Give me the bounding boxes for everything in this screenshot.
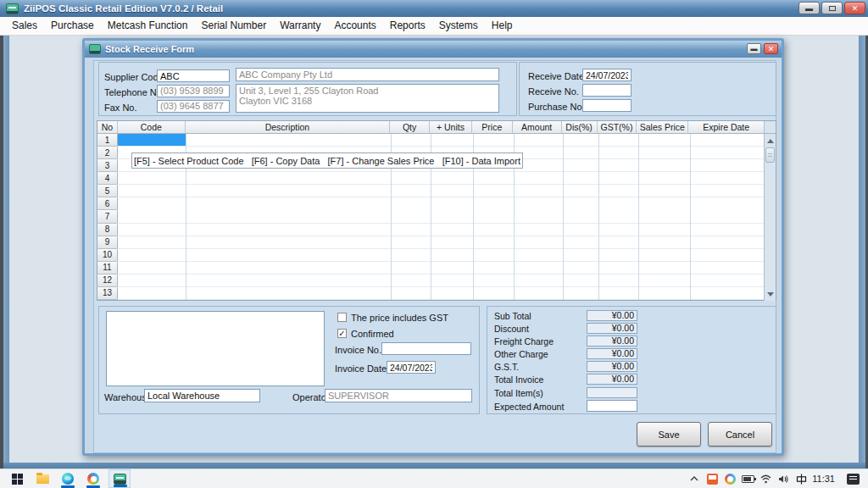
- col-header-units[interactable]: + Units: [430, 121, 472, 134]
- minimize-button[interactable]: ▬: [798, 2, 820, 14]
- fax-label: Fax No.: [104, 103, 137, 113]
- file-explorer-taskbar-button[interactable]: [32, 469, 53, 488]
- wifi-icon[interactable]: [759, 472, 772, 485]
- col-header-gst[interactable]: GST(%): [598, 121, 637, 134]
- freight-charge-value: ¥0.00: [587, 336, 637, 347]
- row-number[interactable]: 6: [97, 197, 118, 210]
- grid-vertical-scrollbar[interactable]: [764, 134, 776, 301]
- receive-no-input[interactable]: [582, 84, 632, 97]
- scroll-down-button[interactable]: [765, 288, 776, 300]
- total-items-value: [587, 387, 637, 398]
- warehouse-input[interactable]: [144, 389, 260, 402]
- row-number[interactable]: 10: [97, 249, 118, 262]
- row-number[interactable]: 2: [97, 147, 118, 159]
- row-number[interactable]: 9: [97, 236, 118, 249]
- maximize-button[interactable]: [821, 2, 843, 14]
- dialog-minimize-button[interactable]: ▬: [747, 43, 761, 54]
- invoice-no-label: Invoice No.: [335, 345, 381, 355]
- ime-indicator-chinese[interactable]: [794, 472, 808, 485]
- address-line-1: Unit 3, Level 1, 255 Clayton Road: [239, 86, 496, 96]
- row-number[interactable]: 1: [97, 134, 118, 147]
- col-header-price[interactable]: Price: [472, 121, 513, 134]
- ziipos-taskbar-button[interactable]: [108, 469, 131, 488]
- receive-no-label: Receive No.: [528, 86, 579, 97]
- address-line-2: Clayton VIC 3168: [239, 96, 496, 106]
- menu-serial-number[interactable]: Serial Number: [194, 17, 273, 35]
- operator-label: Operator: [292, 392, 329, 402]
- notes-textarea[interactable]: [106, 311, 325, 386]
- row-number[interactable]: 11: [97, 262, 118, 274]
- row-number[interactable]: 4: [97, 172, 118, 185]
- col-header-expire-date[interactable]: Expire Date: [688, 121, 764, 134]
- confirmed-checkbox[interactable]: ✓: [337, 329, 347, 338]
- invoice-date-input[interactable]: [387, 361, 436, 374]
- main-window-titlebar: ZiiPOS Classic Retail Edition V7.0.2 / R…: [0, 0, 868, 17]
- col-header-dis[interactable]: Dis(%): [562, 121, 598, 134]
- selected-code-cell[interactable]: [118, 134, 186, 146]
- dialog-close-button[interactable]: ✕: [764, 43, 778, 54]
- menu-accounts[interactable]: Accounts: [327, 17, 382, 35]
- menu-sales[interactable]: Sales: [5, 17, 44, 35]
- gst-total-value: ¥0.00: [587, 361, 637, 372]
- tray-chevron-up[interactable]: [687, 472, 701, 485]
- dialog-titlebar[interactable]: Stock Receive Form: [85, 41, 782, 58]
- start-button[interactable]: [7, 469, 27, 488]
- col-header-code[interactable]: Code: [118, 121, 186, 134]
- battery-icon[interactable]: [741, 472, 754, 485]
- browser-tray-icon[interactable]: [723, 472, 737, 485]
- purchase-no-input[interactable]: [582, 99, 632, 112]
- clock[interactable]: 11:31: [812, 474, 835, 484]
- cancel-button[interactable]: Cancel: [708, 422, 772, 446]
- row-number[interactable]: 3: [97, 159, 118, 172]
- company-name-field: ABC Company Pty Ltd: [236, 68, 499, 81]
- expected-amount-input[interactable]: [587, 400, 637, 412]
- col-header-description[interactable]: Description: [186, 121, 390, 134]
- row-number[interactable]: 5: [97, 185, 118, 197]
- close-button[interactable]: ✕: [844, 2, 865, 14]
- row-number[interactable]: 12: [97, 274, 118, 287]
- ziipos-app-icon: [6, 3, 19, 14]
- supplier-code-label: Supplier Code: [104, 72, 164, 82]
- row-number[interactable]: 8: [97, 224, 118, 236]
- invoice-no-input[interactable]: [381, 342, 471, 355]
- arrow-up-icon: [767, 139, 774, 143]
- price-includes-gst-checkbox[interactable]: [337, 313, 347, 322]
- menu-systems[interactable]: Systems: [432, 17, 485, 35]
- confirmed-label: Confirmed: [351, 329, 394, 339]
- expected-amount-label: Expected Amount: [494, 402, 564, 412]
- receive-date-input[interactable]: [582, 69, 632, 81]
- scroll-up-button[interactable]: [765, 135, 776, 147]
- edge-taskbar-button[interactable]: [58, 469, 78, 488]
- grid-cells-area[interactable]: [F5] - Select Product Code [F6] - Copy D…: [118, 134, 764, 300]
- row-number[interactable]: 7: [97, 210, 118, 223]
- row-number[interactable]: 13: [97, 287, 118, 300]
- grid-column-separator: [563, 134, 564, 300]
- window-frame-right: [859, 36, 865, 469]
- invoice-date-label: Invoice Date: [335, 363, 387, 374]
- orange-app-icon: [707, 474, 718, 485]
- notification-center-button[interactable]: [846, 472, 860, 485]
- supplier-code-input[interactable]: [157, 69, 230, 82]
- browser-app-taskbar-button[interactable]: [83, 469, 103, 488]
- ziipos-dialog-icon: [89, 44, 101, 54]
- col-header-qty[interactable]: Qty: [390, 121, 430, 134]
- other-charge-label: Other Charge: [494, 349, 548, 359]
- main-window-title: ZiiPOS Classic Retail Edition V7.0.2 / R…: [24, 3, 223, 14]
- col-header-sales-price[interactable]: Sales Price: [637, 121, 688, 134]
- windows-logo-icon: [12, 474, 23, 485]
- totals-group: Sub Total ¥0.00 Discount ¥0.00 Freight C…: [487, 306, 776, 414]
- ziipos-tray-icon[interactable]: [705, 472, 719, 485]
- purchase-no-label: Purchase No.: [528, 102, 585, 112]
- window-frame-bottom: [3, 463, 865, 469]
- menu-purchase[interactable]: Purchase: [44, 17, 101, 35]
- col-header-amount[interactable]: Amount: [513, 121, 562, 134]
- menu-reports[interactable]: Reports: [383, 17, 432, 35]
- menu-metcash-function[interactable]: Metcash Function: [101, 17, 195, 35]
- speaker-icon[interactable]: [776, 472, 790, 485]
- row-number-column: 1 2 3 4 5 6 7 8 9 10 11 12 13: [97, 134, 118, 300]
- scrollbar-thumb[interactable]: [765, 147, 775, 163]
- menu-warranty[interactable]: Warranty: [273, 17, 327, 35]
- save-button[interactable]: Save: [637, 422, 701, 446]
- col-header-no[interactable]: No: [97, 121, 118, 134]
- menu-help[interactable]: Help: [485, 17, 520, 35]
